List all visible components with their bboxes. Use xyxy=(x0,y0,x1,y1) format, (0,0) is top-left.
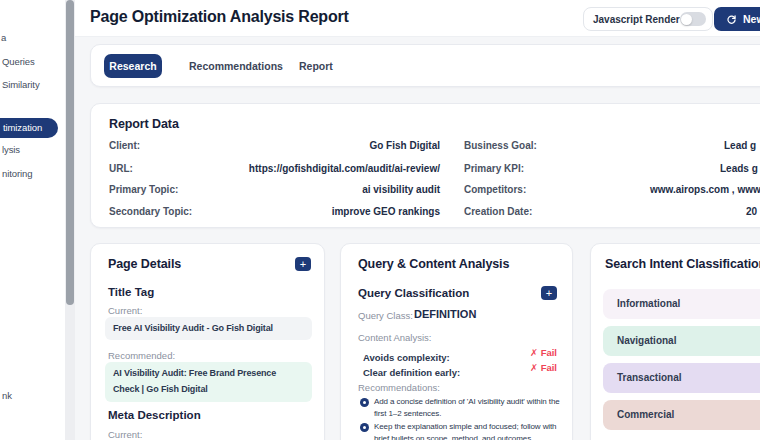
sidebar-item-similarity[interactable]: Similarity xyxy=(2,79,40,90)
tab-report[interactable]: Report xyxy=(299,45,333,88)
primary-kpi-value: Leads g xyxy=(720,163,758,174)
fail-text: Fail xyxy=(541,347,557,358)
report-data-card: Report Data Client: Go Fish Digital URL:… xyxy=(90,103,760,228)
sidebar: a Queries Similarity timization lysis ni… xyxy=(0,0,65,440)
intent-row-informational[interactable]: Informational xyxy=(603,289,760,319)
query-class-label: Query Class: xyxy=(358,310,413,321)
intent-row-transactional[interactable]: Transactional xyxy=(603,363,760,393)
creation-date-label: Creation Date: xyxy=(464,206,532,217)
query-classification-heading: Query Classification xyxy=(358,287,469,299)
meta-current-label: Current: xyxy=(108,429,142,440)
sidebar-item-queries[interactable]: Queries xyxy=(2,56,35,67)
scrollbar-track[interactable] xyxy=(65,0,75,440)
recommendations-label: Recommendations: xyxy=(358,382,440,393)
page-details-add-button[interactable]: + xyxy=(295,257,311,271)
title-tag-current-label: Current: xyxy=(108,305,142,316)
tab-recommendations[interactable]: Recommendations xyxy=(189,45,283,88)
new-analysis-button[interactable]: New xyxy=(714,7,760,31)
check-row: Avoids complexity: ✗ Fail xyxy=(363,347,557,359)
bullet-dot-icon xyxy=(360,423,369,432)
fail-text: Fail xyxy=(541,362,557,373)
content-analysis-label: Content Analysis: xyxy=(358,332,431,343)
title-tag-heading: Title Tag xyxy=(108,286,154,298)
new-button-label: New xyxy=(743,13,760,25)
creation-date-value: 20 xyxy=(746,206,757,217)
sidebar-item-link[interactable]: nk xyxy=(2,390,12,401)
recommendation-item: Add a concise definition of 'AI visibili… xyxy=(374,396,565,419)
title-tag-recommended-label: Recommended: xyxy=(108,350,175,361)
query-class-value: DEFINITION xyxy=(414,308,476,320)
competitors-label: Competitors: xyxy=(464,184,526,195)
check-status: ✗ Fail xyxy=(530,347,557,358)
fail-icon: ✗ xyxy=(530,362,538,373)
secondary-topic-value: improve GEO rankings xyxy=(109,206,440,217)
tab-bar: Research Recommendations Report xyxy=(90,44,760,87)
client-value: Go Fish Digital xyxy=(109,140,440,151)
business-goal-value: Lead g xyxy=(724,140,756,151)
toggle-knob xyxy=(681,14,692,25)
competitors-value: www.airops.com , www.val xyxy=(650,184,760,195)
primary-kpi-label: Primary KPI: xyxy=(464,163,524,174)
recommendation-item: Keep the explanation simple and focused;… xyxy=(374,421,565,440)
sidebar-item-page-optimization[interactable]: timization xyxy=(0,118,58,138)
query-analysis-card: Query & Content Analysis Query Classific… xyxy=(340,243,573,440)
sidebar-item-data[interactable]: a xyxy=(1,32,6,43)
page-details-title: Page Details xyxy=(108,257,181,271)
report-data-title: Report Data xyxy=(109,117,179,131)
query-classification-add-button[interactable]: + xyxy=(541,286,557,300)
title-tag-current-value: Free AI Visibility Audit - Go Fish Digit… xyxy=(105,317,312,340)
meta-description-heading: Meta Description xyxy=(108,409,201,421)
primary-topic-value: ai visibility audit xyxy=(109,184,440,195)
search-intent-title: Search Intent Classification xyxy=(605,257,760,271)
intent-row-navigational[interactable]: Navigational xyxy=(603,326,760,356)
title-tag-recommended-value: AI Visibility Audit: Free Brand Presence… xyxy=(105,362,312,402)
app-screen: a Queries Similarity timization lysis ni… xyxy=(0,0,760,440)
page-details-card: Page Details + Title Tag Current: Free A… xyxy=(90,243,325,440)
plus-icon: + xyxy=(546,287,552,299)
check-row: Clear definition early: ✗ Fail xyxy=(363,362,557,374)
tab-research[interactable]: Research xyxy=(104,54,162,78)
url-value: https://gofishdigital.com/audit/ai-revie… xyxy=(109,163,440,174)
search-intent-card: Search Intent Classification Information… xyxy=(590,243,760,440)
intent-row-commercial[interactable]: Commercial xyxy=(603,400,760,430)
fail-icon: ✗ xyxy=(530,347,538,358)
check-label: Clear definition early: xyxy=(363,367,460,378)
query-analysis-title: Query & Content Analysis xyxy=(358,257,509,271)
javascript-render-control[interactable]: Javascript Render xyxy=(583,7,713,31)
javascript-render-label: Javascript Render xyxy=(593,14,680,25)
bullet-dot-icon xyxy=(360,398,369,407)
refresh-icon xyxy=(726,14,737,25)
page-title: Page Optimization Analysis Report xyxy=(90,8,349,26)
business-goal-label: Business Goal: xyxy=(464,140,537,151)
sidebar-item-monitoring[interactable]: nitoring xyxy=(2,168,32,179)
plus-icon: + xyxy=(300,258,306,270)
sidebar-item-analysis[interactable]: lysis xyxy=(2,144,20,155)
scrollbar-thumb[interactable] xyxy=(66,0,74,305)
javascript-render-toggle[interactable] xyxy=(680,12,706,26)
check-status: ✗ Fail xyxy=(530,362,557,373)
